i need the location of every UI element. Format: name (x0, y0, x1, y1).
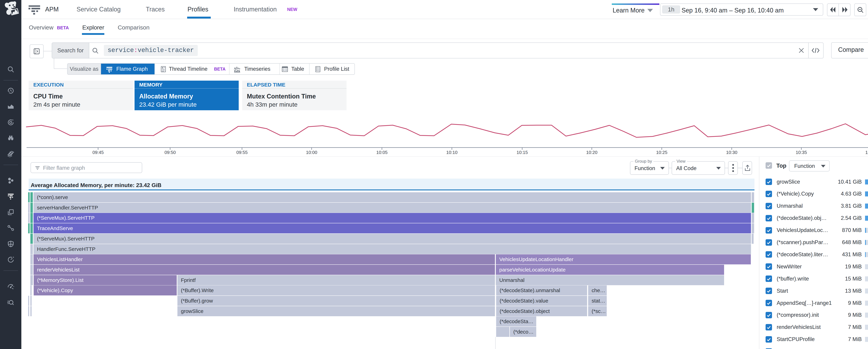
svg-text:10:30: 10:30 (726, 150, 737, 155)
svg-text:10:40: 10:40 (865, 150, 868, 155)
svg-text:10:35: 10:35 (796, 150, 807, 155)
svg-text:10:00: 10:00 (306, 150, 317, 155)
svg-text:09:45: 09:45 (92, 150, 104, 155)
svg-text:10:25: 10:25 (656, 150, 667, 155)
svg-text:10:05: 10:05 (376, 150, 388, 155)
svg-text:10:20: 10:20 (586, 150, 597, 155)
svg-text:09:55: 09:55 (236, 150, 248, 155)
svg-text:10:15: 10:15 (517, 150, 528, 155)
svg-text:10:10: 10:10 (446, 150, 458, 155)
svg-text:09:50: 09:50 (164, 150, 176, 155)
